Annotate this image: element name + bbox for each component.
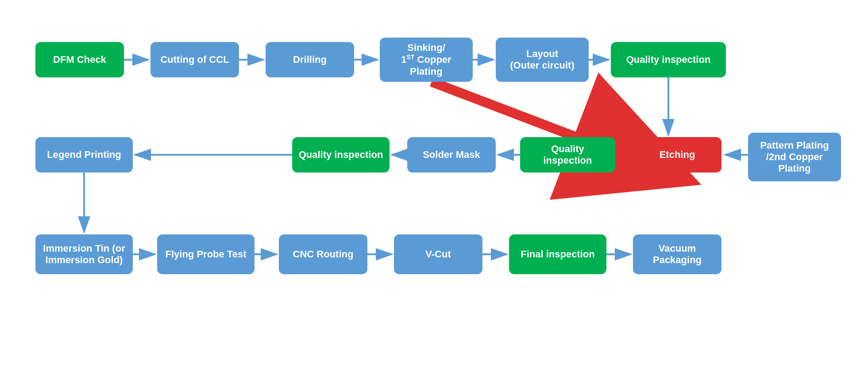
solder-mask-node: Solder Mask bbox=[407, 137, 496, 172]
cutting-ccl-label: Cutting of CCL bbox=[160, 54, 229, 65]
immersion-tin-node: Immersion Tin (or Immersion Gold) bbox=[35, 234, 133, 274]
flying-probe-label: Flying Probe Test bbox=[166, 249, 247, 260]
quality-insp2-node: Quality inspection bbox=[520, 137, 615, 172]
v-cut-label: V-Cut bbox=[425, 249, 451, 260]
cnc-routing-node: CNC Routing bbox=[279, 234, 367, 274]
legend-printing-node: Legend Printing bbox=[35, 137, 133, 172]
cutting-ccl-node: Cutting of CCL bbox=[150, 42, 239, 77]
immersion-tin-label: Immersion Tin (or Immersion Gold) bbox=[43, 243, 125, 266]
drilling-node: Drilling bbox=[266, 42, 354, 77]
final-inspection-label: Final inspection bbox=[521, 249, 594, 260]
dfm-check-node: DFM Check bbox=[35, 42, 124, 77]
quality-insp3-label: Quality inspection bbox=[299, 149, 383, 161]
flying-probe-node: Flying Probe Test bbox=[157, 234, 255, 274]
vacuum-packaging-node: Vacuum Packaging bbox=[633, 234, 721, 274]
quality-insp2-label: Quality inspection bbox=[526, 143, 609, 166]
layout-node: Layout (Outer circuit) bbox=[496, 38, 589, 82]
vacuum-packaging-label: Vacuum Packaging bbox=[653, 243, 702, 266]
final-inspection-node: Final inspection bbox=[509, 234, 606, 274]
v-cut-node: V-Cut bbox=[394, 234, 482, 274]
quality-insp1-label: Quality inspection bbox=[626, 54, 711, 65]
pattern-plating-node: Pattern Plating /2nd Copper Plating bbox=[748, 133, 841, 181]
quality-insp3-node: Quality inspection bbox=[292, 137, 390, 172]
sinking-label: Sinking/ 1ST Copper Plating bbox=[386, 42, 467, 77]
cnc-routing-label: CNC Routing bbox=[293, 249, 354, 260]
layout-label: Layout (Outer circuit) bbox=[510, 48, 574, 71]
sinking-node: Sinking/ 1ST Copper Plating bbox=[380, 38, 473, 82]
quality-insp1-node: Quality inspection bbox=[611, 42, 726, 77]
legend-printing-label: Legend Printing bbox=[47, 149, 121, 161]
etching-label: Etching bbox=[660, 149, 695, 161]
diagram-container: DFM Check Cutting of CCL Drilling Sinkin… bbox=[0, 0, 868, 383]
solder-mask-label: Solder Mask bbox=[423, 149, 480, 161]
drilling-label: Drilling bbox=[293, 54, 327, 65]
etching-node: Etching bbox=[633, 137, 721, 172]
pattern-plating-label: Pattern Plating /2nd Copper Plating bbox=[760, 140, 829, 174]
dfm-check-label: DFM Check bbox=[53, 54, 106, 65]
